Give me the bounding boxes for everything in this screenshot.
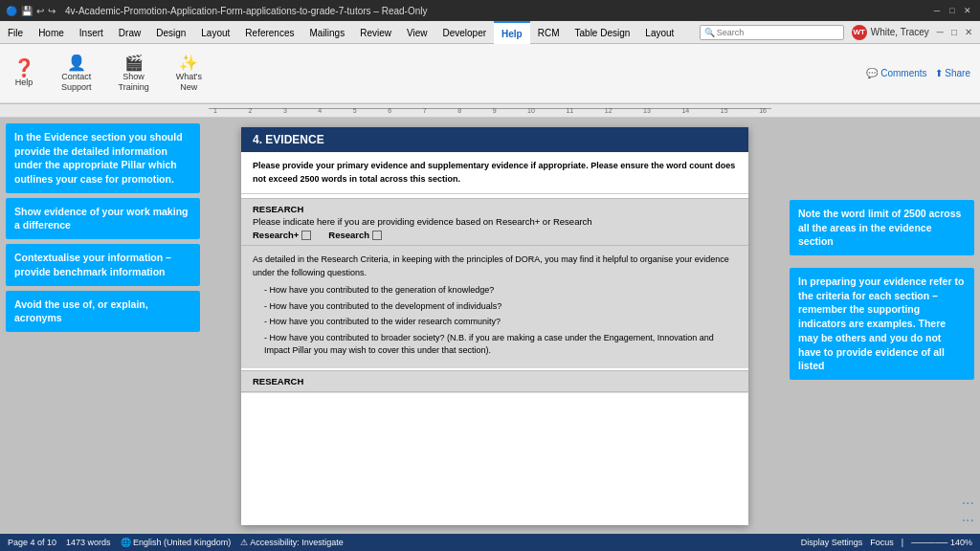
research-subtext: Please indicate here if you are providin…: [253, 216, 737, 227]
title-bar-left: 🔵 💾 ↩ ↪ 4v-Academic-Promotion-Applicatio…: [6, 6, 427, 16]
sidebar-box-show-evidence: Show evidence of your work making a diff…: [6, 198, 200, 239]
quick-access-save[interactable]: 💾: [21, 6, 33, 16]
tab-view[interactable]: View: [399, 21, 435, 44]
user-name: White, Tracey: [871, 27, 929, 37]
ribbon: File Home Insert Draw Design Layout Refe…: [0, 21, 980, 104]
bullet-2: - How have you contributed to the develo…: [264, 300, 737, 314]
tab-table-design[interactable]: Table Design: [568, 21, 638, 44]
bullet-3: - How have you contributed to the wider …: [264, 316, 737, 329]
share-button[interactable]: ⬆ Share: [935, 68, 970, 78]
tab-file[interactable]: File: [0, 21, 31, 44]
section-title: 4. EVIDENCE: [253, 133, 324, 146]
research-bottom-label: RESEARCH: [253, 376, 303, 386]
research-checkboxes: Research+ Research: [253, 230, 737, 240]
sidebar-box-preparing: In preparing your evidence refer to the …: [790, 268, 974, 380]
user-info: WT White, Tracey: [852, 25, 929, 40]
close-button[interactable]: ✕: [961, 4, 974, 17]
search-icon: 🔍: [704, 28, 715, 37]
minimize-button[interactable]: ─: [930, 4, 944, 17]
user-avatar: WT: [852, 25, 867, 40]
zoom-slider[interactable]: ────── 140%: [911, 538, 972, 547]
title-text: 4v-Academic-Promotion-Application-Form-a…: [65, 6, 427, 16]
tab-insert[interactable]: Insert: [72, 21, 111, 44]
left-sidebar: In the Evidence section you should provi…: [0, 118, 206, 535]
tab-design[interactable]: Design: [148, 21, 193, 44]
document-scroll-area[interactable]: 4. EVIDENCE Please provide your primary …: [206, 118, 784, 535]
research-section-header: RESEARCH Please indicate here if you are…: [241, 198, 748, 246]
ribbon-show-training[interactable]: 🎬 Show Training: [115, 54, 153, 94]
quick-access-undo[interactable]: ↩: [36, 6, 44, 16]
display-settings-button[interactable]: Display Settings: [801, 538, 863, 547]
window-min[interactable]: ─: [937, 27, 944, 37]
ribbon-whats-new[interactable]: ✨ What's New: [172, 54, 206, 94]
word-icon: 🔵: [6, 6, 17, 16]
tab-home[interactable]: Home: [31, 21, 72, 44]
bullet-list: - How have you contributed to the genera…: [264, 284, 737, 358]
view-controls: |: [902, 538, 903, 547]
research-bottom-header: RESEARCH: [241, 370, 748, 392]
window-controls: ─ □ ✕: [930, 4, 974, 17]
bullet-4: - How have you contributed to broader so…: [264, 332, 737, 358]
tab-references[interactable]: References: [237, 21, 301, 44]
tab-rcm[interactable]: RCM: [530, 21, 568, 44]
ruler: 1 2 3 4 5 6 7 8 9 10 11 12 13 14 15 16: [0, 104, 980, 118]
tab-help[interactable]: Help: [494, 21, 530, 44]
status-accessibility[interactable]: ⚠ Accessibility: Investigate: [240, 538, 344, 547]
maximize-button[interactable]: □: [946, 4, 959, 17]
contact-icon: 👤: [67, 55, 86, 71]
title-bar: 🔵 💾 ↩ ↪ 4v-Academic-Promotion-Applicatio…: [0, 0, 980, 21]
section-header: 4. EVIDENCE: [241, 127, 748, 152]
right-sidebar: Note the word limit of 2500 across all t…: [784, 118, 980, 535]
new-icon: ✨: [179, 55, 198, 71]
ribbon-contact-support[interactable]: 👤 Contact Support: [57, 54, 96, 94]
comments-button[interactable]: 💬 Comments: [866, 68, 926, 78]
research-input-area[interactable]: [241, 392, 748, 459]
status-bar: Page 4 of 10 1473 words 🌐 English (Unite…: [0, 534, 980, 551]
window-close[interactable]: ✕: [965, 27, 972, 37]
status-language: 🌐 English (United Kingdom): [121, 538, 232, 547]
intro-text: Please provide your primary evidence and…: [253, 161, 735, 184]
help-icon: ❓: [13, 59, 34, 77]
status-words: 1473 words: [66, 538, 111, 547]
training-icon: 🎬: [124, 55, 144, 71]
status-page: Page 4 of 10: [8, 538, 56, 547]
sidebar-box-contextualise: Contextualise your information – provide…: [6, 244, 200, 285]
focus-button[interactable]: Focus: [870, 538, 894, 547]
tab-developer[interactable]: Developer: [434, 21, 494, 44]
sidebar-box-acronyms: Avoid the use of, or explain, acronyms: [6, 291, 200, 332]
bullet-1: - How have you contributed to the genera…: [264, 284, 737, 298]
tab-layout2[interactable]: Layout: [637, 21, 681, 44]
decorative-dots: ······: [790, 495, 974, 529]
tab-layout[interactable]: Layout: [193, 21, 237, 44]
research-title: RESEARCH: [253, 204, 737, 214]
body-intro: As detailed in the Research Criteria, in…: [253, 253, 737, 279]
tab-draw[interactable]: Draw: [111, 21, 148, 44]
ribbon-help-button[interactable]: ❓ Help: [10, 57, 38, 89]
doc-body: As detailed in the Research Criteria, in…: [241, 246, 748, 368]
window-max[interactable]: □: [951, 27, 957, 37]
research-plus-checkbox[interactable]: Research+: [253, 230, 311, 240]
search-box[interactable]: 🔍: [700, 25, 844, 40]
tab-mailings[interactable]: Mailings: [301, 21, 352, 44]
tab-review[interactable]: Review: [352, 21, 399, 44]
sidebar-box-word-limit: Note the word limit of 2500 across all t…: [790, 200, 974, 255]
doc-intro: Please provide your primary evidence and…: [241, 152, 748, 194]
quick-access-redo[interactable]: ↪: [48, 6, 56, 16]
search-input[interactable]: [715, 28, 839, 37]
sidebar-box-evidence: In the Evidence section you should provi…: [6, 123, 200, 193]
research-checkbox[interactable]: Research: [328, 230, 382, 240]
document: 4. EVIDENCE Please provide your primary …: [241, 127, 748, 525]
